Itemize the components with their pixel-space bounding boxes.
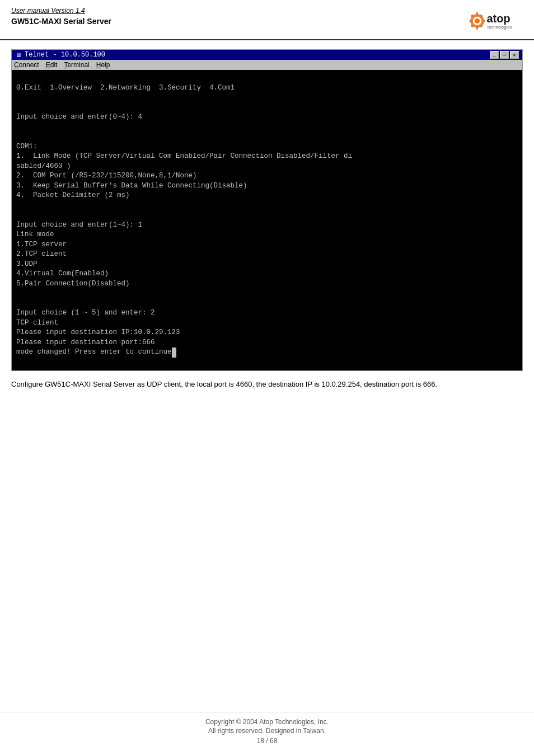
description-text: Configure GW51C-MAXI Serial Server as UD… (11, 379, 523, 390)
page-footer: Copyright © 2004 Atop Technologies, Inc.… (0, 712, 534, 745)
close-button[interactable]: ✕ (510, 51, 519, 59)
telnet-line-18: Please input destination IP:10.0.29.123 (16, 328, 180, 336)
telnet-line-4: 1. Link Mode (TCP Server/Virtual Com Ena… (16, 152, 352, 160)
telnet-line-15: 5.Pair Connection(Disabled) (16, 280, 130, 288)
telnet-line-13: 3.UDP (16, 260, 38, 268)
atop-logo: atop Technologies (467, 7, 523, 35)
telnet-menubar: Connect Edit Terminal Help (12, 60, 522, 70)
telnet-line-9: Input choice and enter(1~4): 1 (16, 221, 142, 229)
svg-rect-3 (476, 12, 478, 15)
telnet-body: 0.Exit 1.Overview 2.Networking 3.Securit… (12, 70, 522, 370)
telnet-icon: 🖥 (15, 51, 21, 59)
svg-rect-4 (476, 27, 478, 30)
svg-text:Technologies: Technologies (486, 25, 512, 30)
telnet-line-8: 4. Packet Delimiter (2 ms) (16, 191, 130, 199)
telnet-cursor (172, 348, 176, 358)
page-header: User manual Version 1.4 GW51C-MAXI Seria… (0, 0, 534, 35)
telnet-line-3: COM1: (16, 143, 38, 151)
telnet-window: 🖥 Telnet - 10.0.50.100 _ □ ✕ Connect Edi… (11, 49, 523, 371)
telnet-line-11: 1.TCP server (16, 241, 67, 248)
telnet-title: Telnet - 10.0.50.100 (25, 51, 105, 59)
main-content: 🖥 Telnet - 10.0.50.100 _ □ ✕ Connect Edi… (0, 40, 534, 399)
telnet-line-10: Link mode (16, 231, 54, 238)
telnet-line-7: 3. Keep Serial Buffer's Data While Conne… (16, 182, 247, 190)
footer-copyright: Copyright © 2004 Atop Technologies, Inc. (0, 718, 534, 726)
telnet-line-14: 4.Virtual Com(Enabled) (16, 270, 109, 278)
telnet-line-16: Input choice (1 ~ 5) and enter: 2 (16, 309, 155, 317)
footer-rights: All rights reserved. Designed in Taiwan. (0, 727, 534, 735)
telnet-controls[interactable]: _ □ ✕ (490, 51, 519, 59)
telnet-line-19: Please input destination port:666 (16, 339, 155, 346)
svg-rect-6 (483, 20, 485, 22)
product-title: GW51C-MAXI Serial Server (11, 17, 111, 26)
telnet-line-2: Input choice and enter(0~4): 4 (16, 113, 142, 121)
manual-title: User manual Version 1.4 (11, 7, 111, 15)
telnet-titlebar-left: 🖥 Telnet - 10.0.50.100 (15, 51, 105, 59)
telnet-line-17: TCP client (16, 319, 58, 327)
svg-point-2 (475, 18, 480, 24)
telnet-line-20: mode changed! Press enter to continue (16, 348, 176, 356)
menu-edit[interactable]: Edit (46, 61, 58, 69)
svg-text:atop: atop (486, 12, 510, 25)
minimize-button[interactable]: _ (490, 51, 499, 59)
menu-connect[interactable]: Connect (14, 61, 39, 69)
menu-help[interactable]: Help (96, 61, 110, 69)
logo-container: atop Technologies (467, 7, 523, 35)
telnet-line-1: 0.Exit 1.Overview 2.Networking 3.Securit… (16, 84, 235, 92)
restore-button[interactable]: □ (500, 51, 509, 59)
svg-rect-5 (470, 20, 472, 22)
telnet-line-5: sabled/4660 ) (16, 162, 71, 170)
header-left: User manual Version 1.4 GW51C-MAXI Seria… (11, 7, 111, 26)
footer-page-number: 18 / 68 (0, 737, 534, 745)
telnet-line-6: 2. COM Port (/RS-232/115200,None,8,1/Non… (16, 172, 197, 180)
menu-terminal[interactable]: Terminal (64, 61, 89, 69)
telnet-titlebar: 🖥 Telnet - 10.0.50.100 _ □ ✕ (12, 50, 522, 60)
telnet-line-12: 2.TCP client (16, 250, 67, 258)
